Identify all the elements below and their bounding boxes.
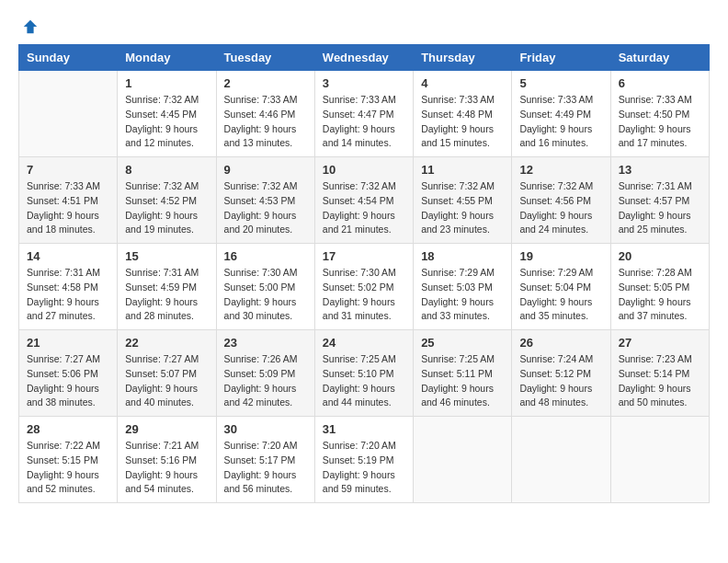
day-info: Sunrise: 7:31 AMSunset: 4:58 PMDaylight:… (27, 266, 109, 324)
day-info: Sunrise: 7:25 AMSunset: 5:10 PMDaylight:… (323, 352, 405, 410)
day-number: 27 (619, 336, 701, 350)
day-number: 15 (125, 249, 208, 263)
calendar-cell: 17Sunrise: 7:30 AMSunset: 5:02 PMDayligh… (314, 244, 413, 330)
day-number: 29 (125, 422, 208, 436)
day-number: 14 (27, 249, 109, 263)
day-of-week-header: Tuesday (216, 45, 314, 71)
day-number: 23 (224, 336, 307, 350)
logo-icon (22, 18, 39, 35)
calendar-cell: 6Sunrise: 7:33 AMSunset: 4:50 PMDaylight… (610, 71, 709, 157)
calendar-cell: 27Sunrise: 7:23 AMSunset: 5:14 PMDayligh… (610, 330, 709, 417)
day-number: 6 (619, 76, 701, 90)
day-of-week-header: Sunday (19, 45, 118, 71)
calendar-cell: 22Sunrise: 7:27 AMSunset: 5:07 PMDayligh… (118, 330, 216, 417)
calendar-cell (610, 417, 709, 503)
day-number: 3 (323, 76, 405, 90)
day-number: 7 (27, 163, 109, 177)
calendar-cell: 5Sunrise: 7:33 AMSunset: 4:49 PMDaylight… (512, 71, 610, 157)
day-number: 8 (125, 163, 208, 177)
day-number: 1 (125, 76, 208, 90)
day-number: 20 (619, 249, 701, 263)
calendar-week-row: 7Sunrise: 7:33 AMSunset: 4:51 PMDaylight… (19, 157, 710, 244)
day-number: 12 (519, 163, 602, 177)
calendar-cell: 4Sunrise: 7:33 AMSunset: 4:48 PMDaylight… (414, 71, 512, 157)
day-of-week-header: Thursday (414, 45, 512, 71)
calendar-cell: 14Sunrise: 7:31 AMSunset: 4:58 PMDayligh… (19, 244, 118, 330)
day-info: Sunrise: 7:25 AMSunset: 5:11 PMDaylight:… (421, 352, 504, 410)
day-info: Sunrise: 7:33 AMSunset: 4:49 PMDaylight:… (519, 93, 602, 151)
day-number: 9 (224, 163, 307, 177)
day-info: Sunrise: 7:33 AMSunset: 4:50 PMDaylight:… (619, 93, 701, 151)
day-info: Sunrise: 7:31 AMSunset: 4:59 PMDaylight:… (125, 266, 208, 324)
calendar-table: SundayMondayTuesdayWednesdayThursdayFrid… (18, 44, 710, 503)
calendar-cell (414, 417, 512, 503)
day-info: Sunrise: 7:24 AMSunset: 5:12 PMDaylight:… (519, 352, 602, 410)
day-info: Sunrise: 7:33 AMSunset: 4:48 PMDaylight:… (421, 93, 504, 151)
day-info: Sunrise: 7:26 AMSunset: 5:09 PMDaylight:… (224, 352, 307, 410)
day-number: 26 (519, 336, 602, 350)
calendar-cell: 20Sunrise: 7:28 AMSunset: 5:05 PMDayligh… (610, 244, 709, 330)
day-info: Sunrise: 7:32 AMSunset: 4:54 PMDaylight:… (323, 179, 405, 237)
day-info: Sunrise: 7:31 AMSunset: 4:57 PMDaylight:… (619, 179, 701, 237)
calendar-cell: 21Sunrise: 7:27 AMSunset: 5:06 PMDayligh… (19, 330, 118, 417)
day-number: 4 (421, 76, 504, 90)
calendar-cell: 2Sunrise: 7:33 AMSunset: 4:46 PMDaylight… (216, 71, 314, 157)
day-info: Sunrise: 7:20 AMSunset: 5:19 PMDaylight:… (323, 439, 405, 497)
logo (18, 18, 39, 35)
day-of-week-header: Monday (118, 45, 216, 71)
calendar-week-row: 1Sunrise: 7:32 AMSunset: 4:45 PMDaylight… (19, 71, 710, 157)
day-number: 28 (27, 422, 109, 436)
calendar-cell: 8Sunrise: 7:32 AMSunset: 4:52 PMDaylight… (118, 157, 216, 244)
day-info: Sunrise: 7:20 AMSunset: 5:17 PMDaylight:… (224, 439, 307, 497)
day-number: 24 (323, 336, 405, 350)
day-of-week-header: Friday (512, 45, 610, 71)
day-info: Sunrise: 7:33 AMSunset: 4:47 PMDaylight:… (323, 93, 405, 151)
calendar-cell: 28Sunrise: 7:22 AMSunset: 5:15 PMDayligh… (19, 417, 118, 503)
day-info: Sunrise: 7:30 AMSunset: 5:02 PMDaylight:… (323, 266, 405, 324)
day-info: Sunrise: 7:33 AMSunset: 4:51 PMDaylight:… (27, 179, 109, 237)
day-info: Sunrise: 7:23 AMSunset: 5:14 PMDaylight:… (619, 352, 701, 410)
day-number: 18 (421, 249, 504, 263)
calendar-cell: 19Sunrise: 7:29 AMSunset: 5:04 PMDayligh… (512, 244, 610, 330)
day-info: Sunrise: 7:27 AMSunset: 5:07 PMDaylight:… (125, 352, 208, 410)
calendar-cell: 9Sunrise: 7:32 AMSunset: 4:53 PMDaylight… (216, 157, 314, 244)
day-number: 21 (27, 336, 109, 350)
calendar-week-row: 28Sunrise: 7:22 AMSunset: 5:15 PMDayligh… (19, 417, 710, 503)
day-number: 10 (323, 163, 405, 177)
day-info: Sunrise: 7:21 AMSunset: 5:16 PMDaylight:… (125, 439, 208, 497)
day-number: 11 (421, 163, 504, 177)
day-info: Sunrise: 7:30 AMSunset: 5:00 PMDaylight:… (224, 266, 307, 324)
day-info: Sunrise: 7:32 AMSunset: 4:53 PMDaylight:… (224, 179, 307, 237)
calendar-cell (512, 417, 610, 503)
calendar-cell: 25Sunrise: 7:25 AMSunset: 5:11 PMDayligh… (414, 330, 512, 417)
page-header (18, 18, 710, 35)
day-number: 16 (224, 249, 307, 263)
day-info: Sunrise: 7:29 AMSunset: 5:04 PMDaylight:… (519, 266, 602, 324)
calendar-cell: 7Sunrise: 7:33 AMSunset: 4:51 PMDaylight… (19, 157, 118, 244)
day-number: 2 (224, 76, 307, 90)
calendar-cell: 1Sunrise: 7:32 AMSunset: 4:45 PMDaylight… (118, 71, 216, 157)
day-info: Sunrise: 7:32 AMSunset: 4:45 PMDaylight:… (125, 93, 208, 151)
day-number: 22 (125, 336, 208, 350)
day-number: 13 (619, 163, 701, 177)
day-info: Sunrise: 7:33 AMSunset: 4:46 PMDaylight:… (224, 93, 307, 151)
calendar-cell: 30Sunrise: 7:20 AMSunset: 5:17 PMDayligh… (216, 417, 314, 503)
day-number: 31 (323, 422, 405, 436)
calendar-cell: 12Sunrise: 7:32 AMSunset: 4:56 PMDayligh… (512, 157, 610, 244)
calendar-cell: 10Sunrise: 7:32 AMSunset: 4:54 PMDayligh… (314, 157, 413, 244)
calendar-cell: 16Sunrise: 7:30 AMSunset: 5:00 PMDayligh… (216, 244, 314, 330)
day-info: Sunrise: 7:32 AMSunset: 4:56 PMDaylight:… (519, 179, 602, 237)
calendar-cell: 24Sunrise: 7:25 AMSunset: 5:10 PMDayligh… (314, 330, 413, 417)
calendar-week-row: 14Sunrise: 7:31 AMSunset: 4:58 PMDayligh… (19, 244, 710, 330)
calendar-cell: 26Sunrise: 7:24 AMSunset: 5:12 PMDayligh… (512, 330, 610, 417)
calendar-cell: 11Sunrise: 7:32 AMSunset: 4:55 PMDayligh… (414, 157, 512, 244)
svg-marker-0 (24, 20, 37, 33)
calendar-cell: 13Sunrise: 7:31 AMSunset: 4:57 PMDayligh… (610, 157, 709, 244)
day-info: Sunrise: 7:32 AMSunset: 4:55 PMDaylight:… (421, 179, 504, 237)
calendar-cell: 29Sunrise: 7:21 AMSunset: 5:16 PMDayligh… (118, 417, 216, 503)
calendar-week-row: 21Sunrise: 7:27 AMSunset: 5:06 PMDayligh… (19, 330, 710, 417)
day-number: 30 (224, 422, 307, 436)
day-info: Sunrise: 7:28 AMSunset: 5:05 PMDaylight:… (619, 266, 701, 324)
day-info: Sunrise: 7:27 AMSunset: 5:06 PMDaylight:… (27, 352, 109, 410)
day-info: Sunrise: 7:32 AMSunset: 4:52 PMDaylight:… (125, 179, 208, 237)
